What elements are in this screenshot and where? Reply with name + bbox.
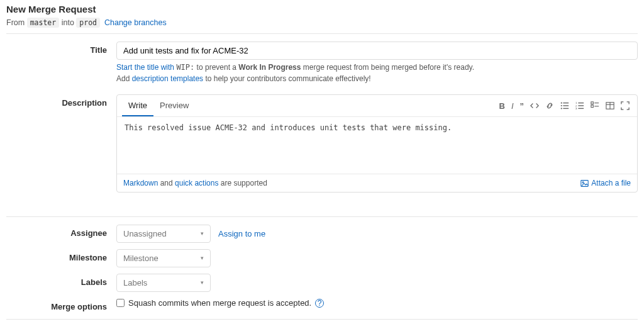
link-icon[interactable]	[545, 101, 554, 111]
numbered-list-icon[interactable]: 123	[575, 101, 584, 111]
description-textarea[interactable]: This resolved issue ACME-32 and introduc…	[117, 117, 637, 174]
svg-rect-6	[578, 103, 584, 103]
attach-file-button[interactable]: Attach a file	[580, 179, 631, 187]
title-label: Title	[6, 42, 116, 55]
fullscreen-icon[interactable]	[621, 101, 630, 111]
svg-rect-5	[563, 108, 569, 109]
image-icon	[580, 179, 589, 187]
milestone-select[interactable]: Milestone ▾	[116, 249, 211, 267]
chevron-down-icon: ▾	[201, 255, 204, 261]
from-branch: master	[27, 18, 60, 28]
squash-checkbox[interactable]	[116, 299, 125, 307]
svg-point-2	[561, 108, 562, 109]
chevron-down-icon: ▾	[201, 280, 204, 286]
assignee-select[interactable]: Unassigned ▾	[116, 225, 211, 243]
description-label: Description	[6, 94, 116, 108]
svg-point-0	[561, 103, 562, 104]
svg-rect-3	[563, 103, 569, 103]
editor-toolbar: B I ” 123	[499, 101, 632, 111]
wip-hint: Start the title with WIP: to prevent a W…	[116, 63, 638, 72]
task-list-icon[interactable]	[591, 101, 599, 111]
template-hint: Add description templates to help your c…	[116, 74, 638, 83]
code-icon[interactable]	[530, 101, 539, 111]
chevron-down-icon: ▾	[201, 231, 204, 237]
svg-rect-7	[578, 105, 584, 106]
labels-select[interactable]: Labels ▾	[116, 274, 211, 292]
svg-text:3: 3	[575, 107, 577, 110]
to-branch: prod	[76, 18, 100, 28]
svg-point-20	[582, 181, 584, 182]
labels-label: Labels	[6, 274, 116, 287]
quote-icon[interactable]: ”	[520, 101, 525, 111]
bullet-list-icon[interactable]	[560, 101, 569, 111]
table-icon[interactable]	[606, 101, 614, 111]
squash-label: Squash commits when merge request is acc…	[128, 298, 311, 308]
italic-icon[interactable]: I	[511, 101, 514, 111]
branch-info: From master into prod Change branches	[6, 18, 638, 27]
bold-icon[interactable]: B	[499, 101, 504, 111]
svg-point-1	[561, 105, 562, 106]
svg-rect-13	[591, 105, 594, 108]
divider	[6, 216, 638, 217]
tab-preview[interactable]: Preview	[153, 95, 195, 116]
help-icon[interactable]: ?	[315, 299, 324, 308]
merge-options-label: Merge options	[6, 298, 116, 311]
description-templates-link[interactable]: description templates	[132, 74, 203, 83]
milestone-label: Milestone	[6, 249, 116, 262]
assignee-label: Assignee	[6, 225, 116, 238]
change-branches-link[interactable]: Change branches	[104, 18, 167, 27]
description-editor: Write Preview B I ” 123 This resolved is…	[116, 94, 638, 193]
assign-to-me-link[interactable]: Assign to me	[218, 229, 265, 238]
svg-rect-8	[578, 108, 584, 109]
divider	[6, 33, 638, 34]
svg-rect-4	[563, 105, 569, 106]
tab-write[interactable]: Write	[122, 95, 153, 116]
quick-actions-link[interactable]: quick actions	[175, 179, 218, 187]
markdown-link[interactable]: Markdown	[123, 179, 158, 187]
title-input[interactable]	[116, 42, 638, 60]
page-header: New Merge Request From master into prod …	[6, 4, 638, 27]
page-title: New Merge Request	[6, 4, 638, 14]
markdown-hint: Markdown and quick actions are supported	[123, 179, 267, 187]
svg-rect-12	[591, 102, 594, 104]
